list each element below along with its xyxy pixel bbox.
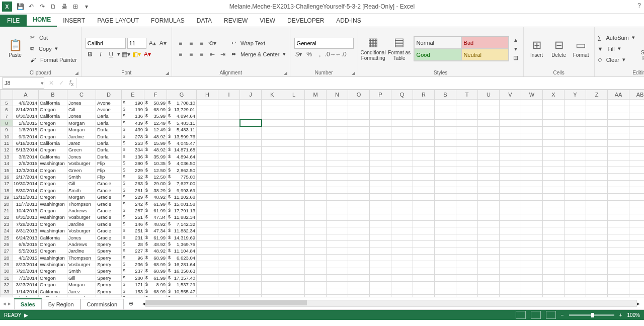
cell[interactable] — [543, 288, 565, 294]
cell[interactable] — [218, 133, 240, 139]
cell[interactable] — [435, 180, 456, 187]
cell[interactable] — [327, 146, 348, 153]
cell[interactable] — [608, 113, 629, 119]
tab-home[interactable]: HOME — [27, 14, 57, 27]
col-header-I[interactable]: I — [218, 90, 240, 100]
cell[interactable] — [262, 214, 283, 220]
cell[interactable] — [543, 146, 565, 153]
cell[interactable] — [370, 254, 391, 261]
cell[interactable] — [240, 167, 262, 173]
cell[interactable] — [586, 207, 608, 214]
cell[interactable]: $68.99 — [144, 261, 167, 268]
cell[interactable] — [391, 187, 413, 194]
cell[interactable] — [608, 160, 629, 167]
cell[interactable] — [413, 100, 435, 106]
cell[interactable] — [456, 281, 478, 288]
cell[interactable] — [500, 174, 521, 180]
cell[interactable] — [478, 254, 500, 261]
cell[interactable]: 6/6/2015 — [13, 241, 39, 248]
cell[interactable] — [348, 234, 370, 240]
cell[interactable] — [629, 288, 645, 294]
tab-addins[interactable]: ADD-INS — [330, 15, 367, 27]
cell[interactable] — [370, 113, 391, 119]
cell[interactable] — [456, 227, 478, 234]
bold-button[interactable]: B — [86, 50, 95, 59]
cell[interactable] — [413, 221, 435, 227]
cell[interactable]: $251 — [122, 214, 144, 220]
cell[interactable]: $146 — [122, 221, 144, 227]
cell[interactable] — [521, 254, 543, 261]
cell[interactable] — [348, 106, 370, 113]
cell[interactable] — [586, 187, 608, 194]
cell[interactable]: 8/30/2014 — [13, 113, 39, 119]
cell[interactable]: Gill — [67, 180, 96, 187]
cell[interactable] — [240, 160, 262, 167]
cell[interactable] — [543, 174, 565, 180]
cell[interactable] — [327, 120, 348, 126]
cell[interactable]: $4,894.64 — [167, 113, 197, 119]
cell[interactable]: 8/14/2013 — [13, 106, 39, 113]
cell[interactable]: $96 — [122, 254, 144, 261]
cell[interactable]: $136 — [122, 153, 144, 160]
cell[interactable]: Sperry — [96, 281, 122, 288]
orientation-icon[interactable]: ⟲▾ — [208, 39, 217, 48]
cell[interactable]: Sperry — [96, 261, 122, 268]
cell[interactable] — [521, 241, 543, 248]
cell[interactable]: Vosburger — [67, 227, 96, 234]
cell[interactable] — [608, 100, 629, 106]
cell[interactable] — [218, 248, 240, 254]
cell[interactable] — [565, 100, 586, 106]
cell[interactable] — [327, 106, 348, 113]
cell[interactable] — [521, 126, 543, 133]
row-header[interactable]: 17 — [1, 180, 13, 187]
cell[interactable] — [565, 174, 586, 180]
scroll-right-icon[interactable]: ▸ — [637, 300, 640, 307]
cell[interactable] — [262, 200, 283, 207]
row-header[interactable]: 12 — [1, 146, 13, 153]
cell[interactable] — [262, 140, 283, 146]
cell[interactable] — [629, 120, 645, 126]
cell[interactable] — [262, 167, 283, 173]
qat-customize-icon[interactable]: ▾ — [82, 2, 92, 12]
cell[interactable] — [391, 146, 413, 153]
cell[interactable] — [391, 268, 413, 274]
cell[interactable] — [370, 281, 391, 288]
cell[interactable] — [197, 261, 218, 268]
fx-icon[interactable]: fx — [66, 79, 76, 87]
cell[interactable] — [240, 268, 262, 274]
cell[interactable]: Washington — [39, 160, 67, 167]
cell[interactable]: $61.99 — [144, 200, 167, 207]
border-button[interactable]: ▦▾ — [122, 50, 131, 59]
cell[interactable] — [391, 295, 413, 297]
cell[interactable] — [586, 288, 608, 294]
cell[interactable] — [500, 194, 521, 200]
cell[interactable]: $8.99 — [144, 281, 167, 288]
cell[interactable] — [413, 207, 435, 214]
cell[interactable] — [240, 234, 262, 240]
cell[interactable] — [586, 194, 608, 200]
cell[interactable] — [218, 227, 240, 234]
cell[interactable] — [586, 227, 608, 234]
cell[interactable]: $17,791.13 — [167, 207, 197, 214]
cell[interactable] — [629, 200, 645, 207]
cell[interactable] — [456, 133, 478, 139]
cell[interactable]: 3/23/2014 — [13, 281, 39, 288]
cell[interactable]: $11,882.34 — [167, 227, 197, 234]
cell[interactable] — [478, 174, 500, 180]
col-header-AB[interactable]: AB — [629, 90, 645, 100]
cell[interactable] — [565, 180, 586, 187]
cell[interactable] — [586, 113, 608, 119]
cell[interactable] — [413, 140, 435, 146]
cell[interactable]: Gracie — [96, 221, 122, 227]
row-header[interactable]: 19 — [1, 194, 13, 200]
cell[interactable] — [521, 194, 543, 200]
col-header-M[interactable]: M — [305, 90, 327, 100]
cell[interactable] — [218, 120, 240, 126]
col-header-P[interactable]: P — [370, 90, 391, 100]
cell[interactable] — [370, 180, 391, 187]
cell[interactable]: $153 — [122, 288, 144, 294]
cell[interactable] — [218, 221, 240, 227]
cell[interactable]: Morgan — [67, 281, 96, 288]
cell[interactable] — [586, 106, 608, 113]
cell[interactable] — [435, 221, 456, 227]
